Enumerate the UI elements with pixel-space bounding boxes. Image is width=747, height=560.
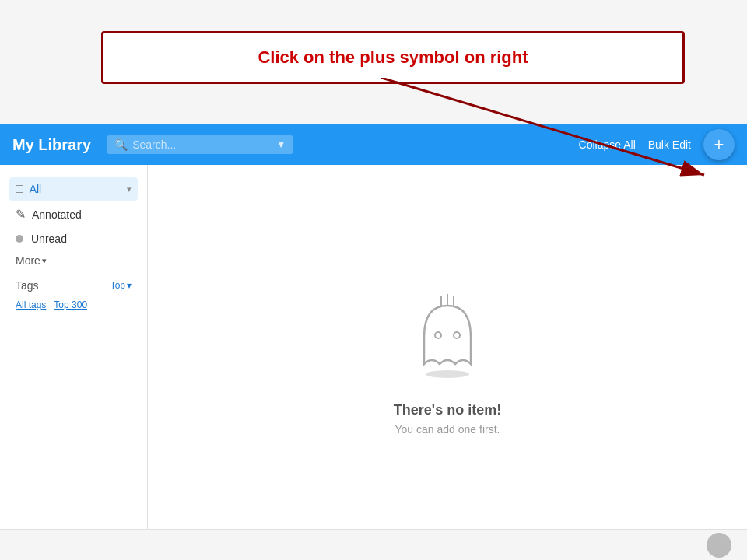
more-arrow-icon: ▾ bbox=[42, 256, 47, 266]
tags-filter-button[interactable]: Top ▾ bbox=[110, 280, 132, 291]
bottom-circle-icon bbox=[707, 533, 731, 558]
instruction-banner: Click on the plus symbol on right bbox=[101, 31, 685, 84]
bottom-bar bbox=[0, 529, 747, 560]
sidebar-item-annotated[interactable]: ✎ Annotated bbox=[9, 202, 138, 226]
tags-filter-arrow-icon: ▾ bbox=[127, 280, 132, 291]
unread-label: Unread bbox=[31, 233, 132, 245]
nav-bar: My Library 🔍 ▼ Collapse All Bulk Edit + bbox=[0, 124, 747, 165]
nav-right: Collapse All Bulk Edit + bbox=[579, 129, 735, 160]
svg-point-3 bbox=[454, 332, 460, 338]
top-300-link[interactable]: Top 300 bbox=[54, 299, 87, 310]
tags-links: All tags Top 300 bbox=[9, 299, 138, 310]
sidebar-item-all[interactable]: □ All ▾ bbox=[9, 177, 138, 201]
all-label: All bbox=[30, 183, 127, 195]
tags-header: Tags Top ▾ bbox=[9, 276, 138, 295]
annotated-label: Annotated bbox=[32, 208, 132, 221]
plus-button[interactable]: + bbox=[703, 129, 735, 160]
search-icon: 🔍 bbox=[114, 138, 128, 151]
all-tags-link[interactable]: All tags bbox=[16, 299, 46, 310]
annotate-icon: ✎ bbox=[16, 207, 26, 222]
sidebar: □ All ▾ ✎ Annotated Unread More ▾ Tags bbox=[0, 165, 148, 560]
search-input[interactable] bbox=[132, 138, 272, 151]
empty-subtitle: You can add one first. bbox=[395, 423, 500, 436]
tags-label: Tags bbox=[16, 279, 39, 292]
sidebar-item-unread[interactable]: Unread bbox=[9, 228, 138, 250]
svg-point-7 bbox=[426, 370, 469, 378]
nav-title: My Library bbox=[12, 136, 91, 154]
content-area: □ All ▾ ✎ Annotated Unread More ▾ Tags bbox=[0, 165, 747, 560]
bulk-edit-button[interactable]: Bulk Edit bbox=[648, 138, 691, 151]
search-dropdown-icon[interactable]: ▼ bbox=[276, 139, 286, 150]
svg-point-2 bbox=[435, 332, 441, 338]
more-item[interactable]: More ▾ bbox=[9, 251, 138, 270]
collapse-all-button[interactable]: Collapse All bbox=[579, 138, 636, 151]
all-dropdown-icon: ▾ bbox=[127, 184, 132, 194]
instruction-text: Click on the plus symbol on right bbox=[258, 47, 528, 67]
search-container: 🔍 ▼ bbox=[107, 135, 293, 154]
ghost-illustration bbox=[409, 290, 486, 387]
all-icon: □ bbox=[16, 182, 23, 196]
tags-section: Tags Top ▾ All tags Top 300 bbox=[9, 276, 138, 310]
more-label: More bbox=[16, 254, 40, 267]
app-container: My Library 🔍 ▼ Collapse All Bulk Edit + … bbox=[0, 124, 747, 560]
empty-title: There's no item! bbox=[394, 402, 501, 418]
unread-dot-icon bbox=[16, 235, 23, 243]
main-content: There's no item! You can add one first. bbox=[148, 165, 747, 560]
